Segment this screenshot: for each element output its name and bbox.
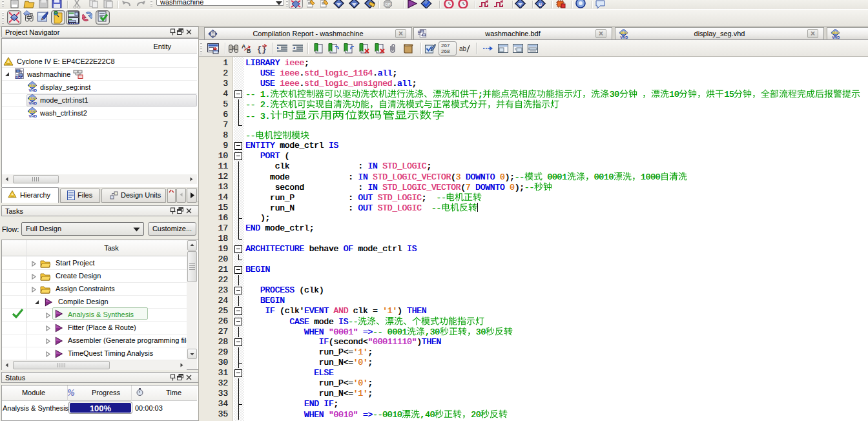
svg-text:abc: abc [29,83,37,88]
svg-text:VHD: VHD [620,36,628,39]
svg-text:VHD: VHD [29,114,37,118]
svg-text:VHD: VHD [832,36,840,39]
svg-text:abc: abc [29,96,37,101]
svg-text:VHD: VHD [29,88,37,92]
svg-text:abc: abc [832,30,840,35]
svg-text:BDF: BDF [16,76,23,79]
svg-text:abc: abc [621,30,628,35]
svg-text:u: u [539,1,542,7]
svg-text:OP: OP [385,3,391,6]
svg-text:A: A [242,43,246,50]
svg-text:VHD: VHD [29,101,37,105]
svg-text:ab: ab [459,45,467,52]
svg-text:abc: abc [29,109,37,114]
